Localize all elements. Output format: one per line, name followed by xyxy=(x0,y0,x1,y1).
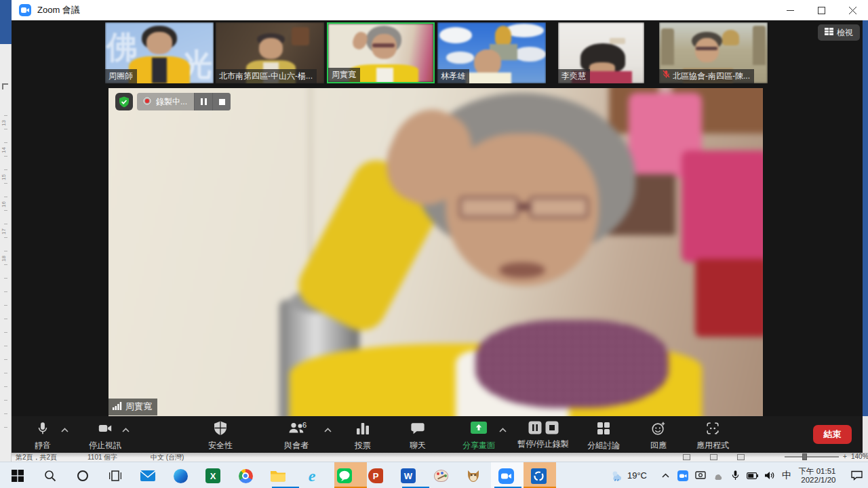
participant-name: 周實寬 xyxy=(332,68,356,81)
polls-button[interactable]: 投票 xyxy=(339,421,387,451)
tray-date: 2022/1/20 xyxy=(801,476,835,484)
fox-app-icon[interactable] xyxy=(465,467,482,485)
participant-video-thumbnail[interactable]: 北市南第四區-中山六-楊... xyxy=(216,22,324,83)
participants-button[interactable]: 與會者 6 xyxy=(273,421,320,451)
task-view-icon[interactable] xyxy=(106,467,124,485)
weather-icon[interactable] xyxy=(610,462,625,488)
pause-recording-icon[interactable] xyxy=(194,93,212,110)
blue-circle-app-icon[interactable] xyxy=(530,467,547,485)
participant-video-thumbnail[interactable]: 李奕慧 xyxy=(558,22,644,83)
participants-options-chevron-icon[interactable] xyxy=(322,425,333,434)
breakout-rooms-button[interactable]: 分組討論 xyxy=(580,421,627,451)
view-button-label: 檢視 xyxy=(837,27,853,39)
window-title: Zoom 會議 xyxy=(37,4,80,16)
word-print-layout-icon[interactable] xyxy=(710,454,717,460)
participant-video-thumbnail[interactable]: 佛 光 周團師 xyxy=(105,22,214,83)
word-app-icon[interactable]: W xyxy=(399,467,417,485)
zoom-app-taskbar-icon[interactable] xyxy=(497,467,515,485)
tray-time: 下午 01:51 xyxy=(799,467,836,475)
chat-button[interactable]: 聊天 xyxy=(394,421,441,451)
breakout-rooms-icon xyxy=(597,421,610,438)
share-screen-icon xyxy=(470,421,488,438)
ime-indicator[interactable]: 中 xyxy=(778,462,795,488)
shield-icon xyxy=(214,421,227,438)
muted-mic-icon xyxy=(663,70,670,82)
share-options-chevron-icon[interactable] xyxy=(497,425,508,434)
maximize-icon[interactable] xyxy=(806,0,837,20)
participants-count-badge: 6 xyxy=(302,421,307,429)
meeting-toolbar: 靜音 停止視訊 安全性 與會者 6 xyxy=(12,416,863,453)
word-zoom-slider[interactable] xyxy=(785,456,839,458)
stop-recording-icon[interactable] xyxy=(212,93,231,110)
background-window-edge xyxy=(0,0,12,44)
tray-zoom-icon[interactable] xyxy=(674,462,692,488)
powerpoint-app-icon[interactable]: P xyxy=(367,467,384,485)
ruler-number: 15 xyxy=(1,174,7,180)
reactions-button[interactable]: 回應 xyxy=(635,421,682,451)
line-app-icon[interactable] xyxy=(336,467,353,485)
word-read-mode-icon[interactable] xyxy=(683,454,690,460)
word-language[interactable]: 中文 (台灣) xyxy=(151,453,184,462)
hidden-icons-chevron-icon[interactable] xyxy=(656,462,674,488)
pause-stop-recording-label: 暫停/停止錄製 xyxy=(517,439,568,450)
excel-app-icon[interactable]: X xyxy=(204,467,222,485)
pause-stop-recording-button[interactable]: 暫停/停止錄製 xyxy=(509,421,577,450)
poll-chart-icon xyxy=(356,421,370,438)
stop-recording-square-icon xyxy=(545,421,559,436)
zoom-app-icon xyxy=(19,4,31,16)
video-options-chevron-icon[interactable] xyxy=(120,425,131,434)
security-button[interactable]: 安全性 xyxy=(197,421,244,451)
internet-explorer-icon[interactable]: e xyxy=(303,467,321,485)
edge-browser-icon[interactable] xyxy=(172,467,189,485)
close-icon[interactable] xyxy=(837,0,868,20)
clock[interactable]: 下午 01:51 2022/1/20 xyxy=(795,462,840,488)
ruler-corner-mark xyxy=(2,83,8,89)
mail-app-icon[interactable] xyxy=(139,467,157,485)
ruler-number: 16 xyxy=(1,201,7,207)
word-zoom-in[interactable]: + xyxy=(843,453,847,460)
participant-video-thumbnail[interactable]: 北區協會-南四區-陳... xyxy=(659,22,768,83)
apps-label: 應用程式 xyxy=(696,440,729,451)
recording-indicator: 錄製中... xyxy=(137,93,231,110)
speaker-icon[interactable] xyxy=(761,462,778,488)
ruler-number: 18 xyxy=(1,256,7,262)
word-word-count[interactable]: 1101 個字 xyxy=(87,453,117,462)
chrome-browser-icon[interactable] xyxy=(237,467,254,485)
speaker-name: 周實寬 xyxy=(125,401,152,413)
background-window-edge xyxy=(863,20,868,416)
participant-video-thumbnail-active[interactable]: 周實寬 xyxy=(327,22,435,83)
view-layout-button[interactable]: 檢視 xyxy=(818,24,860,41)
battery-icon[interactable] xyxy=(743,462,761,488)
paint-app-icon[interactable] xyxy=(432,467,450,485)
word-zoom-level[interactable]: 140% xyxy=(851,453,868,460)
apps-button[interactable]: 應用程式 xyxy=(689,421,736,451)
start-button-icon[interactable] xyxy=(9,467,26,485)
word-vertical-ruler: 13 14 15 16 17 18 xyxy=(0,44,12,462)
security-label: 安全性 xyxy=(208,440,233,451)
end-meeting-button[interactable]: 結束 xyxy=(813,425,852,444)
breakout-rooms-label: 分組討論 xyxy=(587,440,620,451)
action-center-icon[interactable] xyxy=(845,462,868,488)
video-camera-icon xyxy=(97,421,113,438)
cortana-icon[interactable] xyxy=(74,467,92,485)
tray-display-icon[interactable] xyxy=(692,462,709,488)
onedrive-cloud-icon[interactable] xyxy=(709,462,727,488)
participant-video-thumbnail[interactable]: 林孝雄 xyxy=(437,22,546,83)
search-icon[interactable] xyxy=(41,467,59,485)
participant-name: 北市南第四區-中山六-楊... xyxy=(219,70,313,82)
recording-dot-icon xyxy=(143,97,151,107)
share-screen-button[interactable]: 分享畫面 xyxy=(455,421,502,451)
participant-name: 李奕慧 xyxy=(561,70,586,82)
tray-microphone-icon[interactable] xyxy=(727,462,743,488)
word-web-layout-icon[interactable] xyxy=(737,454,745,460)
word-zoom-slider-thumb[interactable] xyxy=(802,453,807,460)
mute-options-chevron-icon[interactable] xyxy=(59,425,70,434)
file-explorer-icon[interactable] xyxy=(269,467,287,485)
stop-video-label: 停止視訊 xyxy=(89,440,121,451)
word-page-indicator[interactable]: 第2頁，共2頁 xyxy=(16,453,57,462)
minimize-icon[interactable] xyxy=(774,0,806,20)
ruler-number: 17 xyxy=(1,228,7,235)
security-shield-icon[interactable] xyxy=(115,93,133,110)
temperature-readout[interactable]: 19°C xyxy=(627,462,647,488)
chat-bubble-icon xyxy=(410,421,425,438)
